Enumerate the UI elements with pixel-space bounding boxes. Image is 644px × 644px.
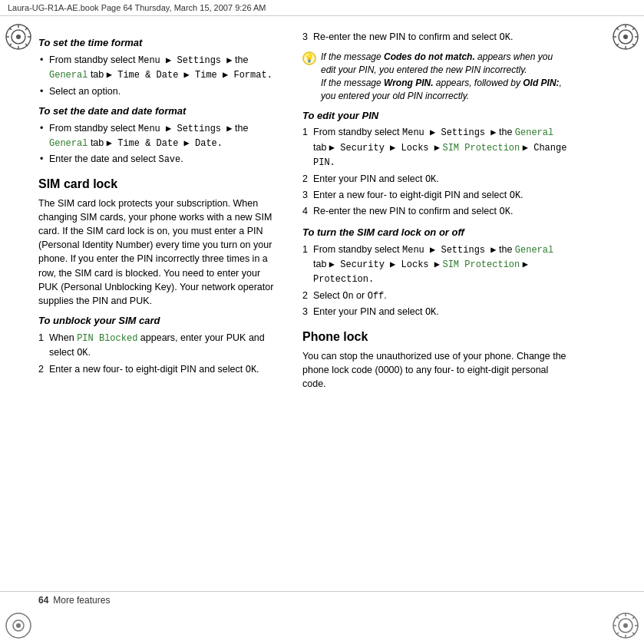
time-format-item-2: Select an option. — [38, 84, 278, 98]
time-format-list: From standby select Menu ▶ Settings ▶ th… — [38, 53, 278, 98]
turn-sim-step-1: 1 From standby select Menu ▶ Settings ▶ … — [302, 243, 570, 287]
confirm-step-3: 3 Re-enter the new PIN to confirm and se… — [302, 30, 570, 45]
section-date-format-title: To set the date and date format — [38, 104, 278, 119]
corner-bl-decoration — [5, 612, 32, 639]
unblock-sim-title: To unblock your SIM card — [38, 314, 278, 329]
svg-point-35 — [623, 623, 628, 628]
turn-sim-steps: 1 From standby select Menu ▶ Settings ▶ … — [302, 243, 570, 320]
unblock-step-1: 1 When PIN Blocked appears, enter your P… — [38, 331, 278, 361]
sim-body-text: The SIM card lock protects your subscrip… — [38, 197, 278, 308]
svg-line-20 — [616, 44, 619, 46]
svg-line-31 — [616, 616, 619, 619]
header-bar: Laura-UG-R1A-AE.book Page 64 Thursday, M… — [0, 0, 644, 16]
right-column: 3 Re-enter the new PIN to confirm and se… — [292, 16, 583, 616]
date-format-list: From standby select Menu ▶ Settings ▶ th… — [38, 121, 278, 167]
footer: 64 More features — [0, 591, 644, 609]
corner-tr-decoration — [612, 23, 639, 51]
svg-line-19 — [632, 28, 635, 30]
date-format-item-2: Enter the date and select Save. — [38, 152, 278, 167]
svg-line-34 — [616, 632, 619, 635]
tip-text: If the message Codes do not match. appea… — [321, 51, 570, 102]
turn-sim-step-3: 3 Enter your PIN and select OK. — [302, 305, 570, 319]
edit-pin-step-4: 4 Re-enter the new PIN to confirm and se… — [302, 204, 570, 219]
phone-lock-body: You can stop the unauthorized use of you… — [302, 349, 570, 391]
section-time-format-title: To set the time format — [38, 36, 278, 51]
svg-line-33 — [632, 616, 635, 619]
edit-pin-step-1: 1 From standby select Menu ▶ Settings ▶ … — [302, 125, 570, 170]
tip-box: 💡 If the message Codes do not match. app… — [302, 51, 570, 102]
page-number: 64 — [38, 595, 48, 606]
edit-pin-step-2: 2 Enter your PIN and select OK. — [302, 172, 570, 187]
content-wrapper: To set the time format From standby sele… — [0, 16, 644, 616]
svg-line-6 — [9, 28, 12, 30]
left-column: To set the time format From standby sele… — [0, 16, 292, 616]
confirm-steps: 3 Re-enter the new PIN to confirm and se… — [302, 30, 570, 45]
unblock-steps: 1 When PIN Blocked appears, enter your P… — [38, 331, 278, 377]
corner-tl-decoration — [5, 23, 32, 51]
svg-line-8 — [25, 28, 28, 30]
tip-icon: 💡 — [302, 51, 316, 65]
time-format-item-1: From standby select Menu ▶ Settings ▶ th… — [38, 53, 278, 83]
phone-lock-heading: Phone lock — [302, 328, 570, 345]
sim-card-lock-heading: SIM card lock — [38, 175, 278, 193]
edit-pin-title: To edit your PIN — [302, 109, 570, 124]
svg-point-10 — [16, 35, 21, 39]
svg-point-21 — [623, 35, 628, 39]
corner-br-decoration — [612, 612, 639, 639]
edit-pin-steps: 1 From standby select Menu ▶ Settings ▶ … — [302, 125, 570, 219]
svg-line-17 — [616, 28, 619, 30]
svg-line-18 — [632, 44, 635, 46]
svg-line-9 — [9, 44, 12, 46]
svg-line-32 — [632, 632, 635, 635]
footer-section: More features — [53, 595, 110, 606]
edit-pin-step-3: 3 Enter a new four- to eight-digit PIN a… — [302, 188, 570, 203]
turn-sim-step-2: 2 Select On or Off. — [302, 289, 570, 303]
date-format-item-1: From standby select Menu ▶ Settings ▶ th… — [38, 121, 278, 151]
turn-sim-lock-title: To turn the SIM card lock on or off — [302, 226, 570, 240]
header-text: Laura-UG-R1A-AE.book Page 64 Thursday, M… — [8, 3, 266, 12]
svg-line-7 — [25, 44, 28, 46]
unblock-step-2: 2 Enter a new four- to eight-digit PIN a… — [38, 362, 278, 377]
svg-point-24 — [16, 623, 21, 628]
